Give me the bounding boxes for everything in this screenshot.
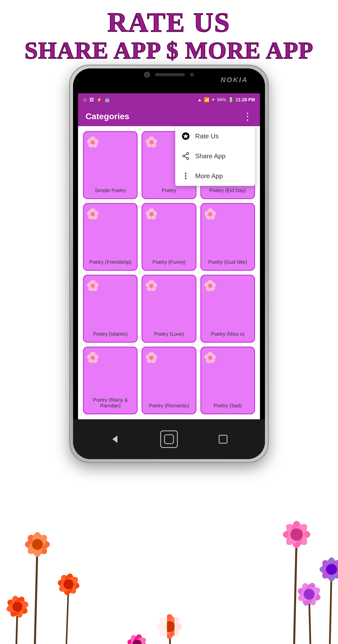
svg-point-43 bbox=[57, 578, 80, 591]
card-flower-icon: 🌸 bbox=[204, 280, 217, 291]
svg-point-29 bbox=[133, 640, 141, 644]
svg-point-9 bbox=[8, 594, 28, 619]
battery-icon: 🔋 bbox=[228, 97, 234, 102]
card-label: Poetry (Eid Day) bbox=[204, 188, 252, 193]
app-toolbar: Categories ⋮ bbox=[78, 106, 260, 126]
usb-icon: ⚡ bbox=[96, 97, 102, 102]
svg-point-4 bbox=[25, 532, 50, 557]
category-card-sad[interactable]: 🌸 Poetry (Sad) bbox=[200, 347, 255, 414]
svg-point-35 bbox=[164, 621, 175, 632]
svg-point-46 bbox=[57, 574, 80, 594]
proximity-sensor bbox=[190, 73, 194, 77]
status-icons-right: ▲ 📶 ✈ 94% 🔋 11:28 PM bbox=[197, 97, 255, 102]
warning-icon: ⚠ bbox=[83, 97, 87, 102]
svg-point-33 bbox=[164, 614, 175, 639]
card-label: Poetry (Funny) bbox=[145, 259, 193, 265]
phone-device: NOKIA ⚠ 🖼 ⚡ 🤖 ▲ bbox=[69, 65, 269, 463]
card-flower-icon: 🌸 bbox=[204, 352, 217, 363]
speaker bbox=[155, 73, 185, 76]
category-card-missu[interactable]: 🌸 Poetry (Miss u) bbox=[200, 275, 255, 343]
category-card-rainy[interactable]: 🌸 Poetry (Rainy & Ramdan) bbox=[83, 347, 138, 414]
signal-icon: 📶 bbox=[204, 97, 209, 102]
svg-point-51 bbox=[326, 558, 337, 581]
overflow-dropdown-menu: Rate Us Share App bbox=[175, 126, 255, 186]
svg-point-28 bbox=[126, 635, 148, 644]
share-icon bbox=[181, 152, 190, 160]
category-card-funny[interactable]: 🌸 Poetry (Funny) bbox=[141, 203, 196, 271]
category-card-islamic[interactable]: 🌸 Poetry (Islamic) bbox=[83, 275, 138, 343]
svg-line-0 bbox=[35, 544, 37, 644]
svg-point-7 bbox=[5, 597, 30, 617]
menu-item-more-app-label: More App bbox=[195, 172, 223, 180]
rate-us-heading: RATE US bbox=[0, 8, 338, 38]
top-banner: RATE US SHARE APP $ MORE APP bbox=[0, 8, 338, 64]
svg-point-58 bbox=[187, 152, 189, 154]
svg-point-27 bbox=[130, 633, 144, 644]
svg-line-12 bbox=[294, 534, 297, 644]
card-label: Poetry (Love) bbox=[145, 331, 193, 337]
svg-point-10 bbox=[5, 599, 29, 614]
svg-point-21 bbox=[300, 581, 318, 608]
card-label: Poetry bbox=[145, 188, 193, 193]
svg-point-22 bbox=[296, 584, 322, 604]
svg-line-62 bbox=[185, 156, 187, 158]
brand-label: NOKIA bbox=[221, 76, 248, 84]
card-label: Poetry (Islamic) bbox=[86, 331, 134, 337]
category-card-love[interactable]: 🌸 Poetry (Love) bbox=[141, 275, 196, 343]
card-flower-icon: 🌸 bbox=[86, 137, 99, 147]
svg-point-47 bbox=[64, 579, 74, 589]
svg-point-50 bbox=[319, 557, 338, 582]
category-card-simple-poetry[interactable]: 🌸 Simple Poetry bbox=[83, 131, 138, 199]
svg-line-42 bbox=[65, 584, 69, 644]
phone-hardware-top bbox=[144, 72, 194, 78]
airplane-icon: ✈ bbox=[211, 97, 215, 102]
svg-point-8 bbox=[10, 594, 25, 618]
status-bar: ⚠ 🖼 ⚡ 🤖 ▲ 📶 ✈ 94% 🔋 11:28 PM bbox=[78, 93, 260, 106]
card-label: Poetry (Gud Nite) bbox=[204, 259, 252, 265]
category-card-friendship[interactable]: 🌸 Poetry (Friendship) bbox=[83, 203, 138, 271]
home-button[interactable] bbox=[160, 430, 178, 448]
svg-point-13 bbox=[283, 529, 310, 540]
card-label: Poetry (Romantic) bbox=[145, 403, 193, 408]
bottom-navigation bbox=[73, 419, 265, 459]
recents-button[interactable] bbox=[214, 430, 232, 448]
menu-item-rate-us[interactable]: Rate Us bbox=[175, 126, 255, 146]
svg-rect-68 bbox=[219, 435, 227, 443]
category-card-gudnite[interactable]: 🌸 Poetry (Gud Nite) bbox=[200, 203, 255, 271]
card-flower-icon: 🌸 bbox=[86, 352, 99, 363]
svg-point-52 bbox=[319, 557, 338, 582]
phone-screen-container: ⚠ 🖼 ⚡ 🤖 ▲ 📶 ✈ 94% 🔋 11:28 PM bbox=[73, 68, 265, 459]
phone-outer-shell: NOKIA ⚠ 🖼 ⚡ 🤖 ▲ bbox=[69, 65, 269, 463]
category-card-romantic[interactable]: 🌸 Poetry (Romantic) bbox=[141, 347, 196, 414]
svg-rect-67 bbox=[164, 435, 174, 444]
toolbar-title: Categories bbox=[85, 112, 129, 121]
battery-percent: 94% bbox=[217, 97, 226, 102]
back-button[interactable] bbox=[106, 430, 124, 448]
more-dots-icon bbox=[181, 172, 190, 180]
card-flower-icon: 🌸 bbox=[145, 209, 158, 219]
card-label: Poetry (Friendship) bbox=[86, 259, 134, 265]
svg-point-25 bbox=[126, 637, 148, 644]
svg-rect-54 bbox=[147, 589, 167, 644]
svg-point-44 bbox=[58, 572, 79, 596]
card-label: Simple Poetry bbox=[86, 188, 134, 193]
svg-point-23 bbox=[304, 589, 314, 600]
menu-item-more-app[interactable]: More App bbox=[175, 166, 255, 186]
svg-point-53 bbox=[326, 564, 337, 575]
card-flower-icon: 🌸 bbox=[86, 280, 99, 291]
overflow-menu-button[interactable]: ⋮ bbox=[243, 110, 253, 122]
svg-point-65 bbox=[185, 178, 187, 179]
svg-point-11 bbox=[13, 602, 23, 612]
card-label: Poetry (Rainy & Ramdan) bbox=[86, 397, 134, 408]
svg-line-30 bbox=[170, 626, 172, 644]
android-icon: 🤖 bbox=[104, 97, 110, 102]
menu-item-share-app[interactable]: Share App bbox=[175, 146, 255, 166]
svg-line-48 bbox=[329, 569, 331, 644]
svg-point-1 bbox=[25, 539, 50, 550]
card-flower-icon: 🌸 bbox=[145, 280, 158, 291]
svg-point-3 bbox=[32, 532, 43, 557]
menu-item-rate-us-label: Rate Us bbox=[195, 132, 219, 140]
svg-point-59 bbox=[183, 155, 185, 157]
app-screen: ⚠ 🖼 ⚡ 🤖 ▲ 📶 ✈ 94% 🔋 11:28 PM bbox=[78, 93, 260, 419]
svg-point-17 bbox=[290, 528, 303, 541]
